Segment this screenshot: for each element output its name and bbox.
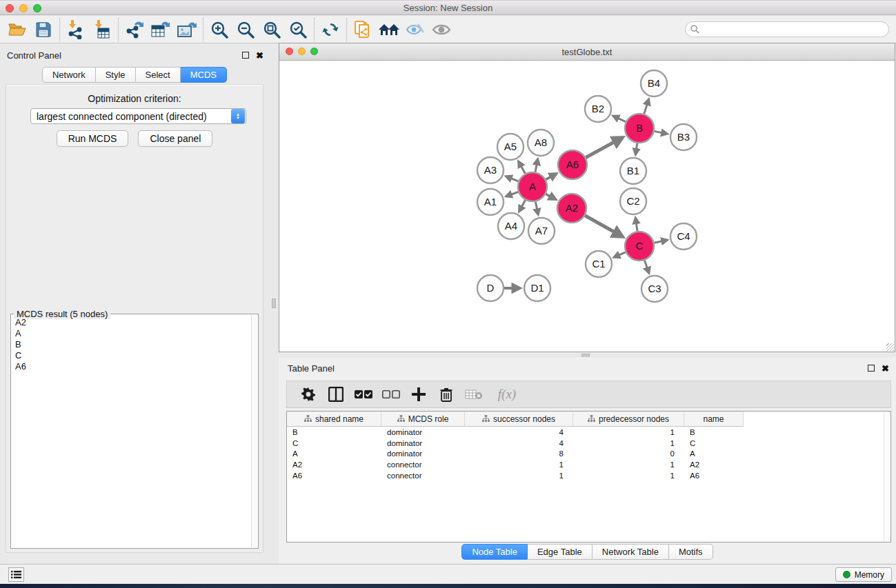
graph-edge-B-B3[interactable] bbox=[655, 131, 667, 134]
table-row[interactable]: Cdominator41C bbox=[287, 438, 890, 449]
close-panel-icon[interactable]: ✖ bbox=[256, 50, 263, 61]
graph-edge-C-C3[interactable] bbox=[644, 261, 648, 273]
zoom-out-icon[interactable] bbox=[232, 18, 259, 41]
clone-network-icon[interactable] bbox=[350, 18, 376, 41]
criterion-dropdown[interactable]: largest connected component (directed) ▲… bbox=[30, 108, 246, 124]
search-input[interactable] bbox=[685, 21, 889, 37]
graph-node-B1[interactable]: B1 bbox=[620, 158, 646, 184]
mcds-result-item[interactable]: A2 bbox=[15, 317, 250, 328]
graph-node-A5[interactable]: A5 bbox=[497, 134, 524, 160]
open-session-icon[interactable] bbox=[4, 18, 30, 41]
graph-edge-C-C2[interactable] bbox=[635, 218, 637, 231]
select-all-checkboxes-icon[interactable] bbox=[355, 385, 372, 403]
network-canvas[interactable]: B4B2BB3A5A8A6A3B1AA1C2A2A4A7CC4C1C3DD1 bbox=[279, 61, 895, 352]
network-maximize-icon[interactable] bbox=[310, 48, 318, 55]
network-graph[interactable]: B4B2BB3A5A8A6A3B1AA1C2A2A4A7CC4C1C3DD1 bbox=[279, 61, 895, 352]
zoom-selected-icon[interactable] bbox=[285, 18, 311, 41]
refresh-icon[interactable] bbox=[317, 18, 344, 41]
graphics-details-icon[interactable] bbox=[428, 18, 455, 41]
gear-icon[interactable] bbox=[299, 385, 317, 403]
network-window-titlebar[interactable]: testGlobe.txt bbox=[279, 43, 895, 61]
window-resize-grip[interactable] bbox=[886, 343, 894, 351]
mcds-result-item[interactable]: C bbox=[15, 350, 250, 361]
graph-node-B[interactable]: B bbox=[625, 114, 654, 143]
table-tab-edge-table[interactable]: Edge Table bbox=[528, 544, 593, 560]
import-table-icon[interactable] bbox=[89, 18, 115, 41]
float-table-panel-icon[interactable] bbox=[868, 365, 875, 372]
graph-edge-A-A2[interactable] bbox=[546, 194, 555, 200]
table-scrollbar[interactable] bbox=[884, 412, 890, 542]
function-builder-icon[interactable]: f(x) bbox=[492, 385, 521, 403]
graph-node-D1[interactable]: D1 bbox=[524, 275, 550, 301]
graph-edge-A-A4[interactable] bbox=[519, 200, 526, 211]
graph-edge-C-C1[interactable] bbox=[615, 252, 626, 257]
table-row[interactable]: Bdominator41B bbox=[287, 427, 890, 438]
graph-node-A[interactable]: A bbox=[518, 172, 547, 201]
delete-icon[interactable] bbox=[437, 385, 455, 403]
graph-node-A3[interactable]: A3 bbox=[477, 157, 504, 183]
close-table-panel-icon[interactable]: ✖ bbox=[882, 363, 889, 374]
graph-node-C4[interactable]: C4 bbox=[670, 223, 697, 250]
panel-splitter-grip[interactable] bbox=[272, 298, 276, 308]
home-overview-icon[interactable] bbox=[376, 18, 402, 41]
graph-node-C[interactable]: C bbox=[625, 232, 654, 261]
network-close-icon[interactable] bbox=[286, 48, 293, 55]
save-session-icon[interactable] bbox=[30, 18, 57, 41]
graph-node-C2[interactable]: C2 bbox=[620, 188, 646, 214]
mcds-result-list[interactable]: A2ABCA6 bbox=[12, 317, 250, 547]
annotation-visibility-icon[interactable] bbox=[402, 18, 428, 41]
graph-node-A1[interactable]: A1 bbox=[477, 189, 504, 215]
mcds-result-item[interactable]: A bbox=[15, 328, 250, 339]
graph-edge-A-A7[interactable] bbox=[535, 202, 538, 214]
tab-select[interactable]: Select bbox=[136, 67, 181, 83]
graph-edge-C-C4[interactable] bbox=[655, 240, 668, 243]
add-icon[interactable] bbox=[410, 385, 428, 403]
tab-style[interactable]: Style bbox=[96, 67, 136, 83]
clear-checkboxes-icon[interactable] bbox=[382, 385, 400, 403]
graph-node-B2[interactable]: B2 bbox=[585, 96, 611, 122]
graph-node-A4[interactable]: A4 bbox=[498, 213, 524, 239]
tab-mcds[interactable]: MCDS bbox=[181, 67, 227, 83]
export-network-icon[interactable] bbox=[121, 18, 148, 41]
column-header-name[interactable]: name bbox=[684, 412, 744, 427]
graph-edge-A6-B[interactable] bbox=[586, 138, 621, 158]
column-header-MCDS-role[interactable]: MCDS role bbox=[381, 412, 465, 427]
graph-edge-A-A1[interactable] bbox=[506, 192, 518, 196]
export-table-icon[interactable] bbox=[148, 18, 174, 41]
graph-node-A2[interactable]: A2 bbox=[557, 194, 586, 223]
split-columns-icon[interactable] bbox=[327, 385, 345, 403]
graph-edge-B-B1[interactable] bbox=[636, 143, 637, 154]
tab-network[interactable]: Network bbox=[42, 67, 96, 83]
graph-node-B4[interactable]: B4 bbox=[641, 70, 667, 97]
network-minimize-icon[interactable] bbox=[298, 48, 306, 55]
minimize-window-icon[interactable] bbox=[19, 4, 28, 12]
table-tab-network-table[interactable]: Network Table bbox=[593, 544, 669, 560]
graph-edge-B-B2[interactable] bbox=[613, 116, 626, 121]
memory-button[interactable]: Memory bbox=[835, 567, 892, 582]
table-row[interactable]: A6connector11A6 bbox=[287, 470, 890, 481]
table-tab-node-table[interactable]: Node Table bbox=[461, 544, 528, 560]
graph-edge-A-A3[interactable] bbox=[506, 176, 519, 181]
graph-edge-B-B4[interactable] bbox=[644, 99, 649, 114]
graph-node-C3[interactable]: C3 bbox=[641, 276, 668, 302]
column-header-predecessor-nodes[interactable]: predecessor nodes bbox=[573, 412, 684, 427]
graph-edge-A-A5[interactable] bbox=[519, 162, 526, 174]
close-panel-button[interactable]: Close panel bbox=[138, 130, 212, 147]
graph-node-C1[interactable]: C1 bbox=[586, 251, 612, 277]
column-header-shared-name[interactable]: shared name bbox=[287, 412, 381, 427]
graph-node-B3[interactable]: B3 bbox=[670, 124, 697, 150]
graph-edge-A-A6[interactable] bbox=[546, 174, 556, 179]
graph-node-A7[interactable]: A7 bbox=[528, 218, 555, 244]
graph-node-D[interactable]: D bbox=[477, 275, 504, 301]
task-history-button[interactable] bbox=[8, 567, 24, 582]
zoom-in-icon[interactable] bbox=[206, 18, 232, 41]
table-row[interactable]: Adominator80A bbox=[287, 449, 890, 460]
graph-node-A6[interactable]: A6 bbox=[558, 150, 587, 179]
mcds-result-item[interactable]: B bbox=[15, 339, 250, 350]
column-header-successor-nodes[interactable]: successor nodes bbox=[465, 412, 573, 427]
mcds-result-scrollbar[interactable] bbox=[251, 315, 257, 547]
graph-edge-A-A8[interactable] bbox=[535, 159, 537, 172]
table-tab-motifs[interactable]: Motifs bbox=[669, 544, 713, 560]
import-network-icon[interactable] bbox=[63, 18, 89, 41]
zoom-fit-icon[interactable] bbox=[259, 18, 285, 41]
